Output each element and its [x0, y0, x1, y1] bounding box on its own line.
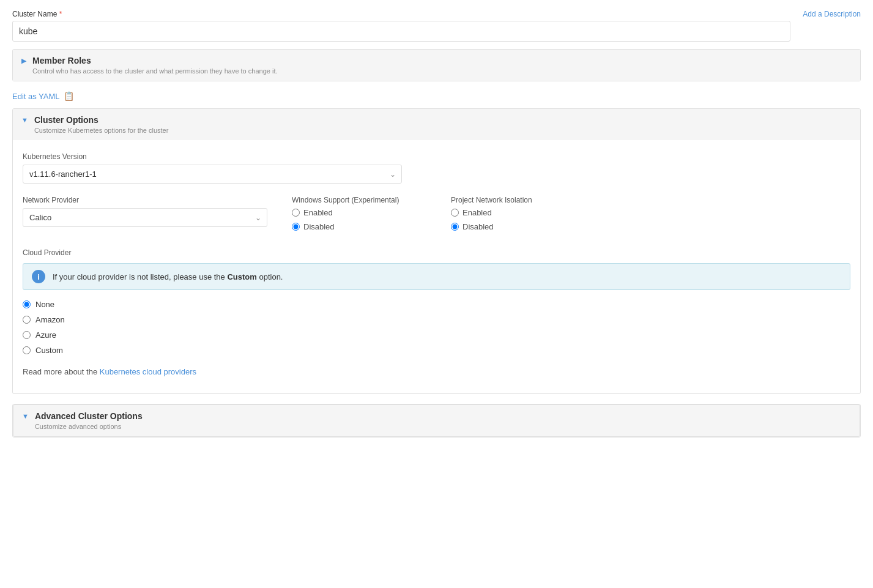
advanced-cluster-options-header-content: Advanced Cluster Options Customize advan…: [35, 411, 143, 430]
cloud-provider-section: Cloud Provider i If your cloud provider …: [23, 248, 850, 376]
cluster-options-header[interactable]: ▼ Cluster Options Customize Kubernetes o…: [13, 109, 860, 140]
cluster-options-title: Cluster Options: [34, 115, 169, 125]
add-description-link[interactable]: Add a Description: [803, 10, 861, 18]
advanced-cluster-options-toggle-icon: ▼: [22, 412, 29, 420]
kubernetes-version-select-wrapper: v1.11.6-rancher1-1 v1.11.5-rancher1-1 v1…: [23, 165, 402, 184]
cluster-name-section: Cluster Name * Add a Description: [12, 10, 861, 42]
pni-enabled-label: Enabled: [463, 208, 492, 217]
member-roles-subtitle: Control who has access to the cluster an…: [32, 67, 278, 75]
cloud-azure-label: Azure: [35, 330, 56, 340]
advanced-cluster-options-title: Advanced Cluster Options: [35, 411, 143, 421]
cloud-amazon-label: Amazon: [35, 315, 65, 324]
cluster-options-header-content: Cluster Options Customize Kubernetes opt…: [34, 115, 169, 134]
options-row: Network Provider Calico Canal Flannel We…: [23, 196, 850, 236]
cloud-amazon-radio[interactable]: [23, 316, 31, 324]
cloud-custom-radio[interactable]: [23, 346, 31, 354]
network-provider-select[interactable]: Calico Canal Flannel Weave: [23, 208, 267, 227]
member-roles-title: Member Roles: [32, 56, 278, 65]
windows-enabled-radio[interactable]: [292, 209, 300, 217]
cluster-options-toggle-icon: ▼: [21, 116, 28, 124]
windows-enabled-label: Enabled: [303, 208, 333, 217]
pni-enabled-radio[interactable]: [451, 209, 459, 217]
pni-disabled-label: Disabled: [463, 222, 494, 231]
read-more-text: Read more about the Kubernetes cloud pro…: [23, 367, 196, 376]
pni-enabled-option[interactable]: Enabled: [451, 208, 585, 217]
windows-disabled-option[interactable]: Disabled: [292, 222, 426, 231]
kubernetes-cloud-providers-link[interactable]: Kubernetes cloud providers: [100, 367, 196, 376]
cluster-name-label: Cluster Name *: [12, 10, 790, 18]
project-network-isolation-label: Project Network Isolation: [451, 196, 585, 204]
kubernetes-version-label: Kubernetes Version: [23, 152, 850, 161]
windows-support-field: Windows Support (Experimental) Enabled D…: [292, 196, 426, 236]
copy-icon[interactable]: 📋: [64, 91, 74, 101]
network-provider-select-wrapper: Calico Canal Flannel Weave ⌄: [23, 208, 267, 227]
pni-disabled-option[interactable]: Disabled: [451, 222, 585, 231]
kubernetes-version-field: Kubernetes Version v1.11.6-rancher1-1 v1…: [23, 152, 850, 184]
member-roles-section: ▶ Member Roles Control who has access to…: [12, 49, 861, 81]
network-provider-label: Network Provider: [23, 196, 267, 204]
windows-disabled-radio[interactable]: [292, 223, 300, 231]
info-icon: i: [32, 270, 45, 283]
cloud-custom-option[interactable]: Custom: [23, 346, 850, 355]
cloud-provider-label: Cloud Provider: [23, 248, 850, 257]
cloud-azure-option[interactable]: Azure: [23, 330, 850, 340]
edit-yaml-link[interactable]: Edit as YAML: [12, 92, 60, 101]
cloud-provider-radio-group: None Amazon Azure Custom: [23, 300, 850, 355]
cloud-provider-info-banner: i If your cloud provider is not listed, …: [23, 263, 850, 290]
advanced-cluster-options-header[interactable]: ▼ Advanced Cluster Options Customize adv…: [13, 404, 860, 437]
windows-enabled-option[interactable]: Enabled: [292, 208, 426, 217]
kubernetes-version-select[interactable]: v1.11.6-rancher1-1 v1.11.5-rancher1-1 v1…: [23, 165, 402, 184]
cluster-options-subtitle: Customize Kubernetes options for the clu…: [34, 127, 169, 134]
cluster-name-input[interactable]: [12, 21, 790, 42]
cloud-azure-radio[interactable]: [23, 331, 31, 339]
cloud-none-radio[interactable]: [23, 300, 31, 308]
windows-support-radio-group: Enabled Disabled: [292, 208, 426, 231]
member-roles-header-content: Member Roles Control who has access to t…: [32, 56, 278, 75]
read-more-row: Read more about the Kubernetes cloud pro…: [23, 367, 850, 376]
cloud-none-label: None: [35, 300, 54, 309]
network-provider-field: Network Provider Calico Canal Flannel We…: [23, 196, 267, 227]
member-roles-header[interactable]: ▶ Member Roles Control who has access to…: [13, 50, 860, 81]
windows-disabled-label: Disabled: [303, 222, 335, 231]
pni-disabled-radio[interactable]: [451, 223, 459, 231]
member-roles-toggle-icon: ▶: [21, 57, 26, 65]
advanced-cluster-options-section: ▼ Advanced Cluster Options Customize adv…: [12, 404, 861, 437]
info-banner-text: If your cloud provider is not listed, pl…: [53, 272, 283, 281]
edit-yaml-row: Edit as YAML 📋: [12, 91, 861, 101]
windows-support-label: Windows Support (Experimental): [292, 196, 426, 204]
cloud-amazon-option[interactable]: Amazon: [23, 315, 850, 324]
project-network-isolation-radio-group: Enabled Disabled: [451, 208, 585, 231]
cluster-options-section: ▼ Cluster Options Customize Kubernetes o…: [12, 108, 861, 394]
project-network-isolation-field: Project Network Isolation Enabled Disabl…: [451, 196, 585, 236]
cluster-options-content: Kubernetes Version v1.11.6-rancher1-1 v1…: [13, 140, 860, 393]
cloud-none-option[interactable]: None: [23, 300, 850, 309]
advanced-cluster-options-subtitle: Customize advanced options: [35, 423, 143, 430]
required-indicator: *: [59, 10, 62, 18]
cloud-custom-label: Custom: [35, 346, 63, 355]
